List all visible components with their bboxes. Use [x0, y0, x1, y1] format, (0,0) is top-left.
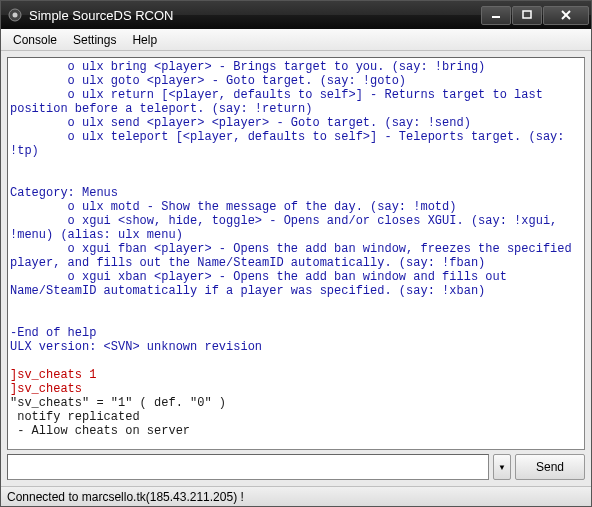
- chevron-down-icon: ▼: [498, 463, 506, 472]
- console-line: o xgui xban <player> - Opens the add ban…: [10, 270, 582, 298]
- console-line: "sv_cheats" = "1" ( def. "0" ): [10, 396, 582, 410]
- console-line: o xgui <show, hide, toggle> - Opens and/…: [10, 214, 582, 242]
- console-line: Category: Menus: [10, 186, 582, 200]
- app-window: Simple SourceDS RCON Console Settings He…: [0, 0, 592, 507]
- svg-point-1: [13, 13, 18, 18]
- menu-help[interactable]: Help: [124, 31, 165, 49]
- send-button[interactable]: Send: [515, 454, 585, 480]
- console-line: ]sv_cheats 1: [10, 368, 582, 382]
- input-row: ▼ Send: [7, 454, 585, 480]
- console-line: [10, 354, 582, 368]
- client-area: o ulx bring <player> - Brings target to …: [1, 51, 591, 486]
- svg-rect-3: [523, 11, 531, 18]
- console-line: ULX version: <SVN> unknown revision: [10, 340, 582, 354]
- statusbar: Connected to marcsello.tk(185.43.211.205…: [1, 486, 591, 506]
- console-line: o ulx send <player> <player> - Goto targ…: [10, 116, 582, 130]
- console-line: ]sv_cheats: [10, 382, 582, 396]
- console-line: o ulx motd - Show the message of the day…: [10, 200, 582, 214]
- console-line: [10, 298, 582, 312]
- console-line: -End of help: [10, 326, 582, 340]
- window-title: Simple SourceDS RCON: [29, 8, 481, 23]
- console-line: [10, 312, 582, 326]
- status-text: Connected to marcsello.tk(185.43.211.205…: [7, 490, 244, 504]
- window-controls: [481, 6, 589, 25]
- console-line: o ulx goto <player> - Goto target. (say:…: [10, 74, 582, 88]
- console-line: o ulx bring <player> - Brings target to …: [10, 60, 582, 74]
- console-line: [10, 172, 582, 186]
- console-line: [10, 158, 582, 172]
- menu-settings[interactable]: Settings: [65, 31, 124, 49]
- console-line: o xgui fban <player> - Opens the add ban…: [10, 242, 582, 270]
- console-line: o ulx return [<player, defaults to self>…: [10, 88, 582, 116]
- command-input[interactable]: [7, 454, 489, 480]
- maximize-button[interactable]: [512, 6, 542, 25]
- history-dropdown-button[interactable]: ▼: [493, 454, 511, 480]
- titlebar[interactable]: Simple SourceDS RCON: [1, 1, 591, 29]
- console-output[interactable]: o ulx bring <player> - Brings target to …: [7, 57, 585, 450]
- menu-console[interactable]: Console: [5, 31, 65, 49]
- minimize-button[interactable]: [481, 6, 511, 25]
- console-line: o ulx teleport [<player, defaults to sel…: [10, 130, 582, 158]
- console-line: notify replicated: [10, 410, 582, 424]
- app-icon: [7, 7, 23, 23]
- close-button[interactable]: [543, 6, 589, 25]
- console-line: - Allow cheats on server: [10, 424, 582, 438]
- menubar: Console Settings Help: [1, 29, 591, 51]
